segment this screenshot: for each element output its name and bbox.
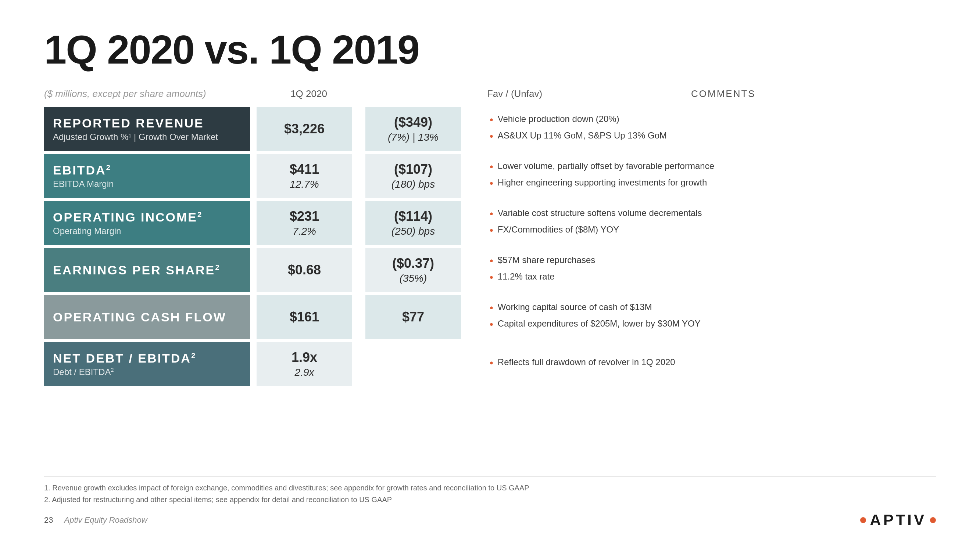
comment-item: • Variable cost structure softens volume…: [490, 206, 936, 221]
ebitda-value: $411 12.7%: [256, 154, 352, 198]
page-title: 1Q 2020 vs. 1Q 2019: [44, 29, 936, 70]
eps-label: EARNINGS PER SHARE2: [44, 248, 250, 292]
net-debt-sub: Debt / EBITDA2: [53, 367, 241, 377]
bullet-icon: •: [490, 129, 493, 143]
ocf-comments: • Working capital source of cash of $13M…: [468, 295, 936, 339]
operating-income-label: OPERATING INCOME2 Operating Margin: [44, 201, 250, 245]
ocf-value: $161: [256, 295, 352, 339]
col-q1-2020-header: 1Q 2020: [257, 88, 360, 100]
operating-income-fav-sub: (250) bps: [391, 225, 435, 237]
table-row: OPERATING CASH FLOW $161 $77 • Working c…: [44, 295, 936, 339]
aptiv-dot-right-icon: [930, 517, 936, 523]
reported-revenue-fav-main: ($349): [394, 114, 432, 130]
ebitda-sub: EBITDA Margin: [53, 179, 241, 189]
bullet-icon: •: [490, 317, 493, 331]
ebitda-comments: • Lower volume, partially offset by favo…: [468, 154, 936, 198]
net-debt-name: NET DEBT / EBITDA2: [53, 351, 241, 365]
comment-item: • Capital expenditures of $205M, lower b…: [490, 317, 936, 331]
ocf-fav-main: $77: [402, 309, 424, 325]
eps-name: EARNINGS PER SHARE2: [53, 263, 241, 277]
ebitda-label: EBITDA2 EBITDA Margin: [44, 154, 250, 198]
ebitda-fav: ($107) (180) bps: [365, 154, 461, 198]
comment-item: • Reflects full drawdown of revolver in …: [490, 356, 936, 370]
table-row: EBITDA2 EBITDA Margin $411 12.7% ($107) …: [44, 154, 936, 198]
reported-revenue-fav: ($349) (7%) | 13%: [365, 107, 461, 151]
reported-revenue-comments: • Vehicle production down (20%) • AS&UX …: [468, 107, 936, 151]
footnotes: 1. Revenue growth excludes impact of for…: [44, 476, 936, 505]
footer-subtitle: Aptiv Equity Roadshow: [64, 515, 147, 525]
table-row: EARNINGS PER SHARE2 $0.68 ($0.37) (35%) …: [44, 248, 936, 292]
comment-item: • Vehicle production down (20%): [490, 113, 936, 127]
aptiv-dot-left-icon: [860, 517, 866, 523]
eps-fav-main: ($0.37): [392, 256, 434, 271]
comment-item: • Working capital source of cash of $13M: [490, 300, 936, 315]
comment-item: • Lower volume, partially offset by favo…: [490, 159, 936, 174]
operating-income-sub: Operating Margin: [53, 226, 241, 236]
bullet-icon: •: [490, 270, 493, 284]
footnote-2: 2. Adjusted for restructuring and other …: [44, 494, 936, 505]
column-headers: ($ millions, except per share amounts) 1…: [44, 88, 936, 100]
reported-revenue-q1-value: $3,226: [284, 121, 325, 137]
net-debt-comments: • Reflects full drawdown of revolver in …: [468, 342, 936, 386]
ebitda-name: EBITDA2: [53, 163, 241, 178]
eps-q1-value: $0.68: [288, 262, 321, 278]
ebitda-q1-value: $411: [290, 162, 319, 177]
footer-left: 23 Aptiv Equity Roadshow: [44, 515, 147, 525]
bullet-icon: •: [490, 206, 493, 221]
reported-revenue-fav-sub: (7%) | 13%: [388, 132, 439, 143]
operating-income-value: $231 7.2%: [256, 201, 352, 245]
ocf-q1-value: $161: [290, 309, 319, 325]
comment-item: • AS&UX Up 11% GoM, S&PS Up 13% GoM: [490, 129, 936, 143]
operating-income-fav-main: ($114): [394, 209, 432, 224]
page-number: 23: [44, 515, 53, 525]
reported-revenue-label: REPORTED REVENUE Adjusted Growth %¹ | Gr…: [44, 107, 250, 151]
reported-revenue-value: $3,226: [256, 107, 352, 151]
net-debt-q1-value: 1.9x: [291, 350, 317, 365]
table-row: REPORTED REVENUE Adjusted Growth %¹ | Gr…: [44, 107, 936, 151]
eps-comments: • $57M share repurchases • 11.2% tax rat…: [468, 248, 936, 292]
operating-margin-value: 7.2%: [293, 225, 316, 237]
ebitda-fav-main: ($107): [394, 162, 432, 177]
ocf-label: OPERATING CASH FLOW: [44, 295, 250, 339]
ebitda-margin-value: 12.7%: [290, 178, 319, 190]
eps-fav: ($0.37) (35%): [365, 248, 461, 292]
comment-item: • Higher engineering supporting investme…: [490, 176, 936, 190]
ebitda-fav-sub: (180) bps: [391, 178, 435, 190]
bullet-icon: •: [490, 223, 493, 237]
bullet-icon: •: [490, 300, 493, 315]
net-debt-fav: [365, 342, 461, 386]
ocf-name: OPERATING CASH FLOW: [53, 310, 241, 324]
bullet-icon: •: [490, 159, 493, 174]
page: 1Q 2020 vs. 1Q 2019 ($ millions, except …: [0, 0, 980, 551]
footer: 23 Aptiv Equity Roadshow APTIV: [44, 511, 936, 529]
bullet-icon: •: [490, 176, 493, 190]
operating-income-name: OPERATING INCOME2: [53, 210, 241, 224]
metrics-table: REPORTED REVENUE Adjusted Growth %¹ | Gr…: [44, 107, 936, 469]
ocf-fav: $77: [365, 295, 461, 339]
aptiv-logo-text: APTIV: [870, 511, 926, 529]
net-debt-q1-sub: 2.9x: [295, 367, 314, 378]
comment-item: • 11.2% tax rate: [490, 270, 936, 284]
units-label: ($ millions, except per share amounts): [44, 88, 257, 100]
table-row: OPERATING INCOME2 Operating Margin $231 …: [44, 201, 936, 245]
eps-value: $0.68: [256, 248, 352, 292]
comment-item: • $57M share repurchases: [490, 254, 936, 268]
table-row: NET DEBT / EBITDA2 Debt / EBITDA2 1.9x 2…: [44, 342, 936, 386]
bullet-icon: •: [490, 254, 493, 268]
net-debt-value: 1.9x 2.9x: [256, 342, 352, 386]
bullet-icon: •: [490, 113, 493, 127]
bullet-icon: •: [490, 356, 493, 370]
operating-income-fav: ($114) (250) bps: [365, 201, 461, 245]
eps-fav-sub: (35%): [399, 273, 427, 284]
col-fav-header: Fav / (Unfav): [463, 88, 566, 100]
comment-item: • FX/Commodities of ($8M) YOY: [490, 223, 936, 237]
aptiv-logo: APTIV: [860, 511, 936, 529]
operating-income-q1-value: $231: [290, 209, 319, 224]
reported-revenue-sub: Adjusted Growth %¹ | Growth Over Market: [53, 132, 241, 142]
operating-income-comments: • Variable cost structure softens volume…: [468, 201, 936, 245]
footnote-1: 1. Revenue growth excludes impact of for…: [44, 482, 936, 494]
net-debt-label: NET DEBT / EBITDA2 Debt / EBITDA2: [44, 342, 250, 386]
col-comments-header: COMMENTS: [691, 88, 756, 100]
reported-revenue-name: REPORTED REVENUE: [53, 116, 241, 130]
